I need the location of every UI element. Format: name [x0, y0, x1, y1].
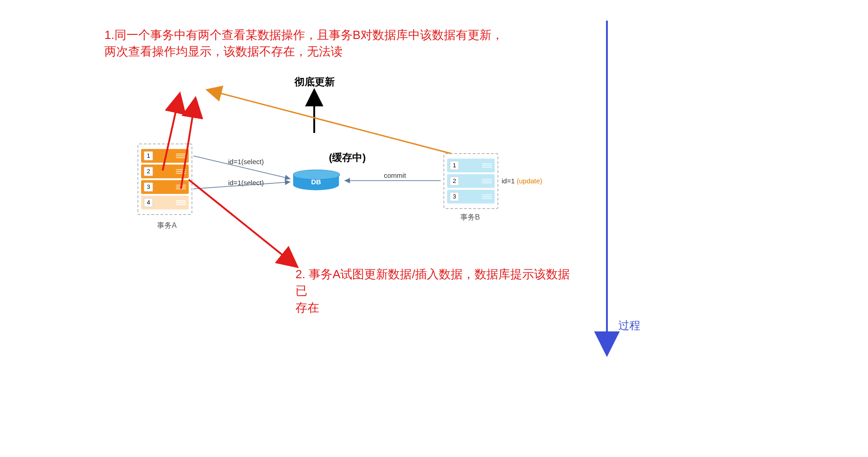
txA-row-3-num: 3: [144, 182, 153, 192]
annotation-2: 2. 事务A试图更新数据/插入数据，数据库提示该数据已 存在: [295, 266, 579, 316]
txA-row-4-num: 4: [144, 198, 153, 207]
txA-row-1-num: 1: [144, 151, 153, 160]
txB-label: 事务B: [460, 213, 480, 222]
txB-row-2-num: 2: [450, 176, 459, 186]
txA-row-2: 2: [141, 165, 189, 178]
txA-label: 事务A: [157, 221, 177, 231]
label-select2: id=1(select): [228, 179, 264, 187]
label-update: id=1 (update): [502, 177, 542, 185]
label-update-op: (update): [517, 177, 542, 185]
svg-line-7: [189, 180, 293, 264]
txB-row-1-num: 1: [450, 161, 459, 170]
label-refresh: 彻底更新: [295, 75, 335, 89]
arrows-overlay: [0, 0, 868, 457]
db-cylinder: DB: [293, 170, 339, 190]
annotation-2-line2: 存在: [295, 301, 319, 314]
label-cache: (缓存中): [329, 151, 366, 165]
db-label: DB: [293, 178, 339, 186]
transaction-b-box: 1 2 3: [443, 153, 498, 209]
txB-row-1: 1: [447, 159, 495, 172]
svg-line-1: [211, 91, 451, 154]
annotation-1-line1: 1.同一个事务中有两个查看某数据操作，且事务B对数据库中该数据有更新，: [104, 28, 503, 42]
txA-row-2-num: 2: [144, 167, 153, 176]
txB-row-3-num: 3: [450, 192, 459, 201]
txB-row-2: 2: [447, 174, 495, 188]
label-select1: id=1(select): [228, 158, 264, 165]
label-commit: commit: [384, 171, 406, 179]
txB-row-3: 3: [447, 190, 495, 204]
annotation-1: 1.同一个事务中有两个查看某数据操作，且事务B对数据库中该数据有更新， 两次查看…: [104, 27, 517, 60]
txA-row-3: 3: [141, 180, 189, 194]
txA-row-1: 1: [141, 149, 189, 163]
annotation-2-line1: 2. 事务A试图更新数据/插入数据，数据库提示该数据已: [295, 267, 570, 297]
transaction-a-box: 1 2 3 4: [137, 143, 192, 215]
txA-row-4: 4: [141, 196, 189, 209]
label-process: 过程: [618, 318, 640, 333]
annotation-1-line2: 两次查看操作均显示，该数据不存在，无法读: [104, 44, 343, 58]
label-update-pre: id=1: [502, 177, 517, 185]
